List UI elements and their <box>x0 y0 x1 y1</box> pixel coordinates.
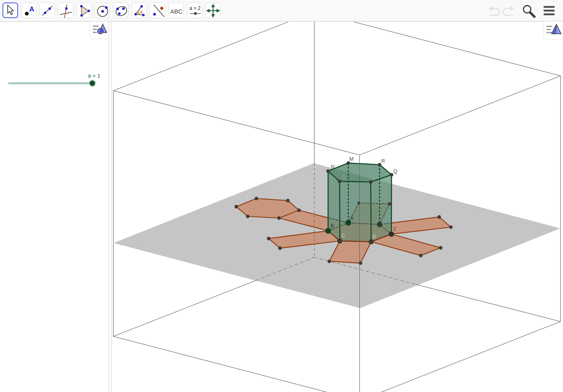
svg-text:a = 2: a = 2 <box>189 5 200 11</box>
svg-text:R: R <box>381 158 385 164</box>
svg-text:C: C <box>342 233 345 239</box>
svg-text:a = 1: a = 1 <box>88 73 100 79</box>
svg-text:ABC: ABC <box>170 8 183 15</box>
svg-text:O: O <box>342 174 346 180</box>
svg-text:A: A <box>29 5 34 13</box>
svg-text:P: P <box>372 176 375 182</box>
svg-text:F: F <box>382 215 385 221</box>
svg-text:A: A <box>350 215 354 221</box>
svg-text:Q: Q <box>393 169 397 174</box>
svg-text:N: N <box>331 164 335 170</box>
svg-text:M: M <box>350 156 354 162</box>
svg-text:α: α <box>140 10 143 14</box>
svg-text:B: B <box>331 223 334 229</box>
svg-text:E: E <box>393 226 396 232</box>
svg-text:D: D <box>373 234 376 239</box>
